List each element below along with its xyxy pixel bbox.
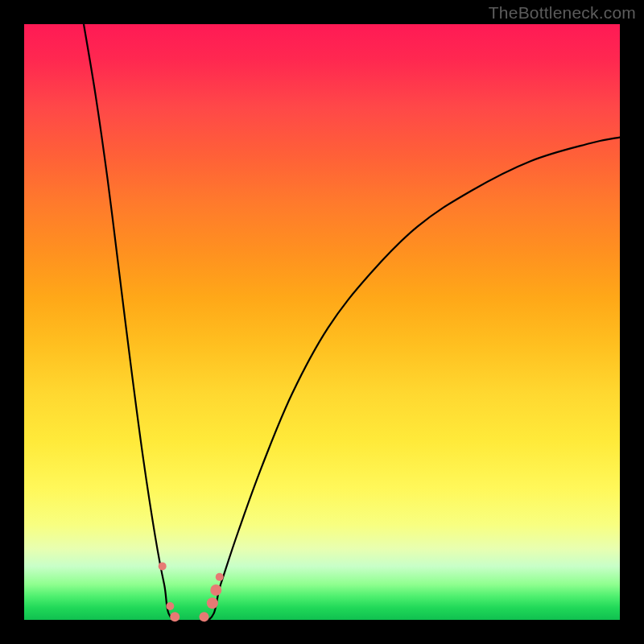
highlight-marker [170, 612, 180, 621]
highlight-marker [199, 612, 208, 621]
plot-area [24, 24, 620, 620]
watermark-text: TheBottleneck.com [489, 3, 636, 23]
chart-frame: TheBottleneck.com [0, 0, 644, 644]
curve-svg [24, 24, 620, 620]
highlight-marker [207, 597, 218, 609]
highlight-marker [210, 584, 221, 596]
highlight-marker [216, 573, 224, 581]
highlight-marker [159, 562, 167, 570]
highlight-marker [166, 602, 174, 610]
bottleneck-curve [84, 24, 620, 625]
